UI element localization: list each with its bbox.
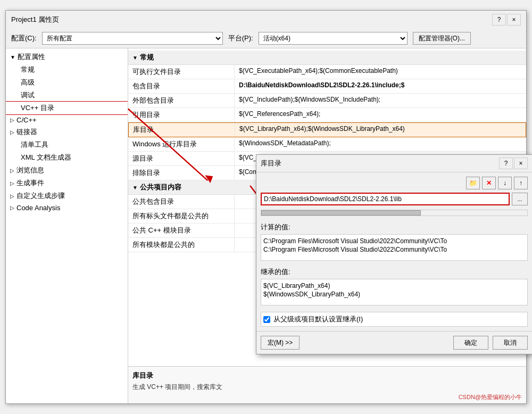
build-arrow-icon: ▷: [10, 180, 14, 186]
config-label: 配置(C):: [11, 34, 37, 43]
prop-name-ref: 引用目录: [128, 108, 235, 122]
prop-name-winrt: Windows 运行库目录: [128, 137, 235, 151]
prop-row-winrt: Windows 运行库目录 $(WindowsSDK_MetadataPath)…: [128, 137, 526, 152]
sidebar-item-advanced[interactable]: 高级: [6, 76, 128, 89]
section-public-label: 公共项目内容: [140, 183, 181, 192]
sidebar: ▼ 配置属性 常规 高级 调试 VC++ 目录 ▷ C/C++ ▷ 链接器: [6, 48, 128, 403]
prop-name-lib: 库目录: [129, 123, 235, 137]
section-general-arrow-icon: ▼: [132, 55, 138, 61]
desc-text: 生成 VC++ 项目期间，搜索库文: [132, 383, 522, 392]
inherit-checkbox-row: 从父级或项目默认设置继承(I): [261, 312, 528, 327]
prop-name-executable: 可执行文件目录: [128, 65, 235, 79]
sidebar-item-debug[interactable]: 调试: [6, 89, 128, 102]
expand-arrow-icon: ▼: [10, 54, 15, 60]
prop-row-executable: 可执行文件目录 $(VC_ExecutablePath_x64);$(Commo…: [128, 65, 526, 79]
inherit-label: 继承的值:: [261, 267, 528, 277]
main-titlebar: Project1 属性页 ? ×: [6, 11, 526, 29]
sub-help-button[interactable]: ?: [499, 158, 513, 169]
prop-row-lib: 库目录 $(VC_LibraryPath_x64);$(WindowsSDK_L…: [128, 122, 526, 137]
cancel-button[interactable]: 取消: [493, 336, 528, 350]
sub-dialog-footer: 宏(M) >> 确定 取消: [256, 331, 532, 354]
prop-name-pub-all-modules: 所有模块都是公共的: [128, 238, 235, 252]
calc-section: 计算的值: C:\Program Files\Microsoft Visual …: [261, 222, 528, 261]
inherit-list: $(VC_LibraryPath_x64) $(WindowsSDK_Libra…: [261, 279, 528, 305]
section-public-arrow-icon: ▼: [132, 185, 138, 191]
new-folder-icon: 📁: [469, 179, 477, 187]
path-input-row: ...: [261, 193, 528, 205]
browse-arrow-icon: ▷: [10, 168, 14, 173]
code-analysis-arrow-icon: ▷: [10, 205, 14, 211]
footer-buttons: 确定 取消: [453, 336, 528, 350]
delete-icon: ✕: [486, 179, 492, 187]
prop-name-exclude: 排除目录: [128, 166, 235, 180]
new-folder-button[interactable]: 📁: [466, 177, 480, 189]
prop-value-lib: $(VC_LibraryPath_x64);$(WindowsSDK_Libra…: [235, 123, 526, 135]
titlebar-buttons: ? ×: [492, 14, 521, 26]
sub-toolbar: 📁 ✕ ↓ ↑: [261, 177, 528, 189]
close-button[interactable]: ×: [507, 14, 521, 26]
config-manager-button[interactable]: 配置管理器(O)...: [413, 32, 471, 45]
inherit-section: 继承的值: $(VC_LibraryPath_x64) $(WindowsSDK…: [261, 267, 528, 305]
prop-value-ref: $(VC_ReferencesPath_x64);: [235, 108, 526, 120]
sidebar-item-general[interactable]: 常规: [6, 63, 128, 76]
sidebar-item-custom[interactable]: ▷ 自定义生成步骤: [6, 189, 128, 202]
main-title: Project1 属性页: [11, 15, 59, 24]
config-bar: 配置(C): 所有配置 平台(P): 活动(x64) 配置管理器(O)...: [6, 29, 526, 48]
move-down-button[interactable]: ↓: [498, 177, 512, 189]
sidebar-item-code-analysis[interactable]: ▷ Code Analysis: [6, 202, 128, 213]
inherit-item-0: $(VC_LibraryPath_x64): [263, 281, 525, 290]
sidebar-section-config[interactable]: ▼ 配置属性: [6, 51, 128, 63]
sub-dialog-title: 库目录: [261, 159, 281, 168]
macro-button[interactable]: 宏(M) >>: [261, 336, 300, 350]
linker-arrow-icon: ▷: [10, 129, 14, 135]
move-down-icon: ↓: [503, 179, 506, 187]
inherit-checkbox[interactable]: [263, 316, 270, 323]
prop-value-executable: $(VC_ExecutablePath_x64);$(CommonExecuta…: [235, 65, 526, 77]
sidebar-item-build[interactable]: ▷ 生成事件: [6, 177, 128, 189]
prop-name-pub-include: 公共包含目录: [128, 195, 235, 209]
inherit-checkbox-label: 从父级或项目默认设置继承(I): [273, 314, 363, 324]
sub-dialog-titlebar-buttons: ? ×: [499, 158, 528, 169]
platform-select[interactable]: 活动(x64): [259, 32, 408, 45]
sub-dialog-lib-dir: 库目录 ? × 📁 ✕ ↓ ↑: [256, 154, 532, 354]
inherit-item-1: $(WindowsSDK_LibraryPath_x64): [263, 290, 525, 299]
prop-value-ext-include: $(VC_IncludePath);$(WindowsSDK_IncludePa…: [235, 94, 526, 105]
ok-button[interactable]: 确定: [453, 336, 488, 350]
prop-value-winrt: $(WindowsSDK_MetadataPath);: [235, 137, 526, 149]
sidebar-item-vc-dirs[interactable]: VC++ 目录: [6, 102, 128, 114]
horizontal-scrollbar[interactable]: [261, 210, 528, 216]
scrollbar-thumb[interactable]: [261, 210, 421, 216]
sidebar-item-clean[interactable]: 清单工具: [6, 138, 128, 151]
sidebar-item-xml[interactable]: XML 文档生成器: [6, 151, 128, 164]
prop-name-ext-include: 外部包含目录: [128, 94, 235, 107]
watermark: CSDN@热爱编程的小牛: [459, 393, 522, 401]
sub-dialog-content: 📁 ✕ ↓ ↑ ...: [256, 172, 532, 331]
sidebar-item-linker[interactable]: ▷ 链接器: [6, 126, 128, 138]
prop-name-include: 包含目录: [128, 79, 235, 93]
sidebar-item-browse[interactable]: ▷ 浏览信息: [6, 164, 128, 177]
move-up-button[interactable]: ↑: [514, 177, 528, 189]
sub-close-button[interactable]: ×: [514, 158, 528, 169]
desc-title: 库目录: [132, 371, 522, 380]
browse-button[interactable]: ...: [512, 193, 528, 205]
custom-arrow-icon: ▷: [10, 193, 14, 199]
prop-row-include: 包含目录 D:\BaiduNetdiskDownload\SDL2\SDL2-2…: [128, 79, 526, 94]
prop-name-source: 源目录: [128, 152, 235, 165]
section-general-header: ▼ 常规: [128, 51, 526, 65]
calc-label: 计算的值:: [261, 222, 528, 232]
section-general-label: 常规: [140, 53, 154, 62]
prop-value-include: D:\BaiduNetdiskDownload\SDL2\SDL2-2.26.1…: [235, 79, 526, 91]
sub-dialog-titlebar: 库目录 ? ×: [256, 155, 532, 172]
prop-name-pub-module: 公共 C++ 模块目录: [128, 223, 235, 237]
prop-name-pub-all-headers: 所有标头文件都是公共的: [128, 209, 235, 223]
config-select[interactable]: 所有配置: [42, 32, 223, 45]
move-up-icon: ↑: [519, 179, 522, 187]
prop-row-ext-include: 外部包含目录 $(VC_IncludePath);$(WindowsSDK_In…: [128, 94, 526, 108]
delete-button[interactable]: ✕: [482, 177, 496, 189]
path-input[interactable]: [261, 193, 510, 205]
prop-row-ref: 引用目录 $(VC_ReferencesPath_x64);: [128, 108, 526, 122]
calc-item-0: C:\Program Files\Microsoft Visual Studio…: [263, 237, 525, 245]
cc-arrow-icon: ▷: [10, 117, 14, 123]
help-button[interactable]: ?: [492, 14, 506, 26]
sidebar-item-cc[interactable]: ▷ C/C++: [6, 114, 128, 126]
